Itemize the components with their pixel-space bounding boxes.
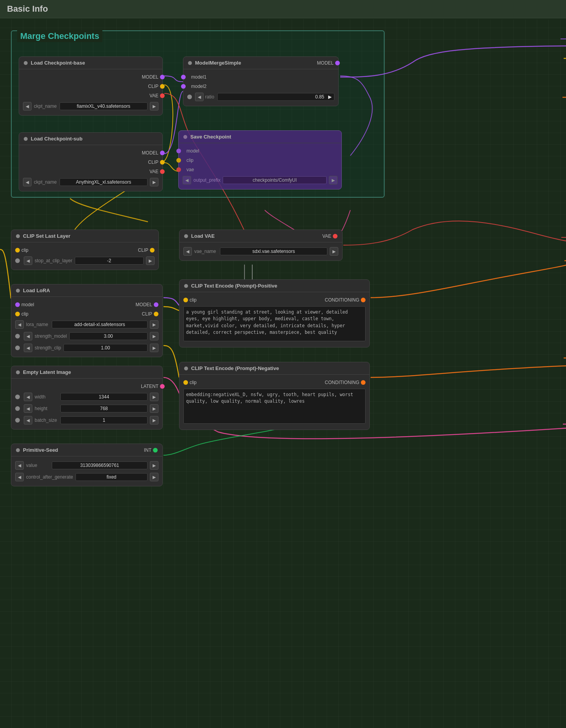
value-prev-btn[interactable]: ◀ [15, 461, 24, 470]
batch-size-widget: ◀ batch_size 1 ▶ [11, 414, 162, 426]
height-prev-btn[interactable]: ◀ [24, 404, 32, 413]
node-clip-negative: CLIP Text Encode (Prompt)-Negative clip … [179, 362, 370, 430]
ckpt-prev-btn[interactable]: ◀ [23, 102, 32, 111]
stop-label: stop_at_clip_layer [35, 258, 72, 263]
sc-prev-btn[interactable]: ◀ [24, 344, 32, 352]
canvas: Marge Checkpoints [0, 19, 566, 728]
height-next-btn[interactable]: ▶ [150, 404, 158, 413]
node-title: Load VAE [191, 233, 214, 239]
port-clip-in-circle [183, 298, 188, 302]
sm-value[interactable]: 3.00 [69, 332, 148, 340]
port-model2-circle [181, 84, 186, 89]
vae-value[interactable]: sdxl.vae.safetensors [220, 247, 327, 255]
node-body: model clip vae ◀ output_prefix checkpoin… [179, 143, 341, 189]
port-model-out: MODEL [19, 148, 162, 158]
node-clip-positive: CLIP Text Encode (Prompt)-Positive clip … [179, 279, 370, 347]
port-label: model2 [187, 84, 206, 89]
prefix-value[interactable]: checkpoints/ComfyUI [223, 176, 327, 184]
node-clip-positive-header: CLIP Text Encode (Prompt)-Positive [179, 280, 369, 292]
stop-prev-btn[interactable]: ◀ [24, 256, 32, 265]
width-next-btn[interactable]: ▶ [150, 393, 158, 401]
port-ratio-circle [187, 95, 192, 99]
port-latent-out: LATENT [11, 382, 162, 391]
ckpt-value[interactable]: AnythingXL_xl.safetensors [60, 178, 148, 186]
node-title: Save Checkpoint [190, 134, 231, 140]
port-circle [176, 149, 181, 153]
width-widget: ◀ width 1344 ▶ [11, 391, 162, 403]
node-load-lora: Load LoRA model MODEL clip CLIP [11, 284, 163, 357]
node-checkpoint-sub-header: Load Checkpoint-sub [19, 133, 162, 145]
control-value[interactable]: fixed [76, 473, 148, 481]
node-status-dot [183, 135, 187, 139]
control-next-btn[interactable]: ▶ [150, 473, 158, 481]
node-body: clip CONDITIONING [179, 292, 369, 347]
port-label: CLIP [148, 84, 158, 89]
node-empty-latent: Empty Latent Image LATENT ◀ width 1344 ▶… [11, 366, 163, 430]
port-clip-circle [160, 160, 165, 165]
node-body: MODEL CLIP VAE ◀ ckpt_name AnythingXL_xl… [19, 145, 162, 191]
port-label: VAE [149, 93, 158, 98]
port-clip-row: clip CONDITIONING [179, 378, 369, 387]
node-load-vae-header: Load VAE VAE [179, 230, 342, 242]
port-sc-circle [15, 346, 20, 350]
stop-layer-widget: ◀ stop_at_clip_layer -2 ▶ [11, 255, 158, 267]
node-checkpoint-base-header: Load Checkpoint-base [19, 57, 162, 69]
node-title: CLIP Text Encode (Prompt)-Positive [191, 283, 277, 289]
prefix-prev-btn[interactable]: ◀ [183, 176, 191, 184]
node-status-dot [16, 234, 20, 238]
port-label: model1 [187, 74, 206, 80]
value-value[interactable]: 313039866590761 [52, 461, 148, 469]
batch-prev-btn[interactable]: ◀ [24, 416, 32, 425]
vae-prev-btn[interactable]: ◀ [183, 247, 192, 256]
node-status-dot [16, 289, 20, 293]
node-status-dot [184, 367, 188, 370]
vae-next-btn[interactable]: ▶ [330, 247, 338, 256]
sm-prev-btn[interactable]: ◀ [24, 332, 32, 340]
port-model1-circle [181, 75, 186, 79]
node-body: MODEL CLIP VAE ◀ ckpt_name fiamixXL_v40.… [19, 69, 162, 115]
batch-value[interactable]: 1 [60, 416, 148, 424]
ckpt-next-btn[interactable]: ▶ [150, 178, 158, 186]
port-height-circle [15, 406, 20, 411]
node-body: clip CLIP ◀ stop_at_clip_layer -2 ▶ [11, 242, 158, 270]
port-model2-in: model2 [183, 82, 338, 91]
stop-value[interactable]: -2 [75, 257, 144, 265]
node-checkpoint-sub: Load Checkpoint-sub MODEL CLIP VAE ◀ ckp… [19, 132, 163, 191]
control-prev-btn[interactable]: ◀ [15, 473, 24, 481]
ratio-next-icon[interactable]: ▶ [328, 94, 332, 100]
node-body: clip CONDITIONING [179, 375, 369, 430]
negative-prompt-textarea[interactable] [183, 389, 366, 424]
node-status-dot [184, 284, 188, 288]
vae-name-widget: ◀ vae_name sdxl.vae.safetensors ▶ [179, 246, 342, 257]
positive-prompt-textarea[interactable] [183, 306, 366, 341]
lora-next-btn[interactable]: ▶ [150, 320, 158, 329]
vae-label: vae_name [194, 249, 218, 254]
lora-prev-btn[interactable]: ◀ [15, 320, 24, 329]
port-circle [176, 158, 181, 163]
height-value[interactable]: 768 [60, 405, 148, 412]
lora-value[interactable]: add-detail-xl.safetensors [52, 321, 148, 328]
ckpt-value[interactable]: fiamixXL_v40.safetensors [60, 102, 148, 110]
sc-value[interactable]: 1.00 [63, 344, 148, 352]
lora-label: lora_name [26, 322, 49, 327]
width-label: width [35, 394, 58, 400]
ckpt-prev-btn[interactable]: ◀ [23, 178, 32, 186]
prefix-next-btn[interactable]: ▶ [329, 176, 337, 184]
ckpt-next-btn[interactable]: ▶ [150, 102, 158, 111]
width-prev-btn[interactable]: ◀ [24, 393, 32, 401]
ratio-label: ratio [205, 94, 216, 100]
stop-next-btn[interactable]: ▶ [146, 256, 155, 265]
port-sm-circle [15, 334, 20, 339]
port-model-out: MODEL [19, 72, 162, 82]
group-title: Marge Checkpoints [17, 30, 102, 42]
port-clip-row: clip CLIP [11, 309, 162, 319]
width-value[interactable]: 1344 [60, 393, 148, 401]
node-load-lora-header: Load LoRA [11, 284, 162, 297]
sm-next-btn[interactable]: ▶ [150, 332, 158, 340]
ratio-prev-btn[interactable]: ◀ [195, 93, 204, 101]
batch-next-btn[interactable]: ▶ [150, 416, 158, 425]
value-next-btn[interactable]: ▶ [150, 461, 158, 470]
sc-next-btn[interactable]: ▶ [150, 344, 158, 352]
node-clip-last-layer: CLIP Set Last Layer clip CLIP ◀ stop_at_… [11, 230, 159, 270]
node-status-dot [184, 234, 188, 238]
